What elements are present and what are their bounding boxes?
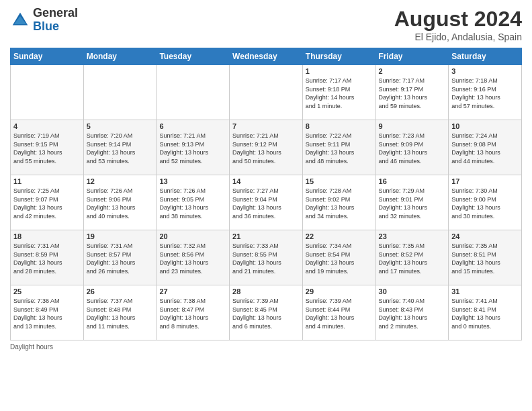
day-number: 6 xyxy=(159,122,226,130)
calendar-cell: 2Sunrise: 7:17 AM Sunset: 9:17 PM Daylig… xyxy=(375,65,449,120)
day-number: 22 xyxy=(306,232,373,240)
calendar-cell: 17Sunrise: 7:30 AM Sunset: 9:00 PM Dayli… xyxy=(449,175,522,230)
calendar-cell: 9Sunrise: 7:23 AM Sunset: 9:09 PM Daylig… xyxy=(375,120,449,175)
day-number: 29 xyxy=(306,287,373,295)
week-row-1: 1Sunrise: 7:17 AM Sunset: 9:18 PM Daylig… xyxy=(11,65,522,120)
calendar-cell: 26Sunrise: 7:37 AM Sunset: 8:48 PM Dayli… xyxy=(83,285,157,340)
footer-note-text: Daylight hours xyxy=(10,343,53,351)
calendar-cell: 25Sunrise: 7:36 AM Sunset: 8:49 PM Dayli… xyxy=(11,285,84,340)
logo: General Blue xyxy=(10,7,78,34)
calendar-cell: 6Sunrise: 7:21 AM Sunset: 9:13 PM Daylig… xyxy=(157,120,230,175)
day-info: Sunrise: 7:21 AM Sunset: 9:12 PM Dayligh… xyxy=(232,132,300,165)
day-number: 25 xyxy=(13,287,81,295)
col-header-saturday: Saturday xyxy=(449,48,522,65)
col-header-thursday: Thursday xyxy=(302,48,375,65)
calendar-cell: 8Sunrise: 7:22 AM Sunset: 9:11 PM Daylig… xyxy=(302,120,375,175)
calendar-cell: 4Sunrise: 7:19 AM Sunset: 9:15 PM Daylig… xyxy=(11,120,84,175)
day-info: Sunrise: 7:36 AM Sunset: 8:49 PM Dayligh… xyxy=(13,297,81,330)
day-info: Sunrise: 7:38 AM Sunset: 8:47 PM Dayligh… xyxy=(159,297,226,330)
calendar-cell: 13Sunrise: 7:26 AM Sunset: 9:05 PM Dayli… xyxy=(157,175,230,230)
calendar-cell: 30Sunrise: 7:40 AM Sunset: 8:43 PM Dayli… xyxy=(375,285,449,340)
calendar-cell: 14Sunrise: 7:27 AM Sunset: 9:04 PM Dayli… xyxy=(230,175,303,230)
header-row: SundayMondayTuesdayWednesdayThursdayFrid… xyxy=(11,48,522,65)
day-info: Sunrise: 7:26 AM Sunset: 9:05 PM Dayligh… xyxy=(159,187,226,220)
day-number: 3 xyxy=(451,67,519,75)
day-info: Sunrise: 7:40 AM Sunset: 8:43 PM Dayligh… xyxy=(379,297,446,330)
logo-icon xyxy=(10,10,30,30)
day-number: 19 xyxy=(87,232,154,240)
day-number: 20 xyxy=(159,232,226,240)
day-number: 31 xyxy=(451,287,519,295)
day-number: 28 xyxy=(232,287,300,295)
calendar-cell xyxy=(230,65,303,120)
day-info: Sunrise: 7:35 AM Sunset: 8:52 PM Dayligh… xyxy=(379,242,446,275)
day-number: 7 xyxy=(232,122,300,130)
day-info: Sunrise: 7:37 AM Sunset: 8:48 PM Dayligh… xyxy=(87,297,154,330)
day-number: 17 xyxy=(451,177,519,185)
footer-note: Daylight hours xyxy=(10,343,522,351)
location: El Ejido, Andalusia, Spain xyxy=(394,32,522,42)
page-header: General Blue August 2024 El Ejido, Andal… xyxy=(10,7,522,42)
week-row-3: 11Sunrise: 7:25 AM Sunset: 9:07 PM Dayli… xyxy=(11,175,522,230)
col-header-tuesday: Tuesday xyxy=(157,48,230,65)
calendar-cell: 3Sunrise: 7:18 AM Sunset: 9:16 PM Daylig… xyxy=(449,65,522,120)
calendar-cell: 31Sunrise: 7:41 AM Sunset: 8:41 PM Dayli… xyxy=(449,285,522,340)
day-info: Sunrise: 7:39 AM Sunset: 8:45 PM Dayligh… xyxy=(232,297,300,330)
day-number: 15 xyxy=(306,177,373,185)
col-header-wednesday: Wednesday xyxy=(230,48,303,65)
day-info: Sunrise: 7:17 AM Sunset: 9:17 PM Dayligh… xyxy=(379,77,446,110)
logo-text: General Blue xyxy=(33,7,78,34)
day-number: 24 xyxy=(451,232,519,240)
calendar-cell: 28Sunrise: 7:39 AM Sunset: 8:45 PM Dayli… xyxy=(230,285,303,340)
day-info: Sunrise: 7:31 AM Sunset: 8:59 PM Dayligh… xyxy=(13,242,81,275)
calendar-cell xyxy=(83,65,157,120)
day-number: 5 xyxy=(87,122,154,130)
day-number: 10 xyxy=(451,122,519,130)
calendar-cell: 22Sunrise: 7:34 AM Sunset: 8:54 PM Dayli… xyxy=(302,230,375,285)
calendar-cell: 24Sunrise: 7:35 AM Sunset: 8:51 PM Dayli… xyxy=(449,230,522,285)
calendar-cell: 10Sunrise: 7:24 AM Sunset: 9:08 PM Dayli… xyxy=(449,120,522,175)
day-number: 9 xyxy=(379,122,446,130)
calendar-cell: 23Sunrise: 7:35 AM Sunset: 8:52 PM Dayli… xyxy=(375,230,449,285)
day-info: Sunrise: 7:19 AM Sunset: 9:15 PM Dayligh… xyxy=(13,132,81,165)
title-block: August 2024 El Ejido, Andalusia, Spain xyxy=(394,7,522,42)
day-number: 8 xyxy=(306,122,373,130)
day-number: 14 xyxy=(232,177,300,185)
day-number: 18 xyxy=(13,232,81,240)
logo-blue: Blue xyxy=(33,20,78,34)
day-info: Sunrise: 7:22 AM Sunset: 9:11 PM Dayligh… xyxy=(306,132,373,165)
calendar-cell: 20Sunrise: 7:32 AM Sunset: 8:56 PM Dayli… xyxy=(157,230,230,285)
day-number: 21 xyxy=(232,232,300,240)
day-info: Sunrise: 7:17 AM Sunset: 9:18 PM Dayligh… xyxy=(306,77,373,110)
calendar-cell: 5Sunrise: 7:20 AM Sunset: 9:14 PM Daylig… xyxy=(83,120,157,175)
day-info: Sunrise: 7:30 AM Sunset: 9:00 PM Dayligh… xyxy=(451,187,519,220)
calendar-table: SundayMondayTuesdayWednesdayThursdayFrid… xyxy=(10,48,522,340)
month-title: August 2024 xyxy=(394,7,522,32)
day-number: 4 xyxy=(13,122,81,130)
calendar-cell: 19Sunrise: 7:31 AM Sunset: 8:57 PM Dayli… xyxy=(83,230,157,285)
day-number: 11 xyxy=(13,177,81,185)
day-info: Sunrise: 7:18 AM Sunset: 9:16 PM Dayligh… xyxy=(451,77,519,110)
day-number: 2 xyxy=(379,67,446,75)
day-number: 23 xyxy=(379,232,446,240)
col-header-friday: Friday xyxy=(375,48,449,65)
week-row-4: 18Sunrise: 7:31 AM Sunset: 8:59 PM Dayli… xyxy=(11,230,522,285)
day-number: 27 xyxy=(159,287,226,295)
day-info: Sunrise: 7:28 AM Sunset: 9:02 PM Dayligh… xyxy=(306,187,373,220)
day-info: Sunrise: 7:21 AM Sunset: 9:13 PM Dayligh… xyxy=(159,132,226,165)
calendar-cell: 27Sunrise: 7:38 AM Sunset: 8:47 PM Dayli… xyxy=(157,285,230,340)
day-info: Sunrise: 7:39 AM Sunset: 8:44 PM Dayligh… xyxy=(306,297,373,330)
week-row-5: 25Sunrise: 7:36 AM Sunset: 8:49 PM Dayli… xyxy=(11,285,522,340)
calendar-cell xyxy=(11,65,84,120)
day-number: 16 xyxy=(379,177,446,185)
calendar-cell: 18Sunrise: 7:31 AM Sunset: 8:59 PM Dayli… xyxy=(11,230,84,285)
calendar-cell xyxy=(157,65,230,120)
calendar-cell: 1Sunrise: 7:17 AM Sunset: 9:18 PM Daylig… xyxy=(302,65,375,120)
day-info: Sunrise: 7:33 AM Sunset: 8:55 PM Dayligh… xyxy=(232,242,300,275)
calendar-cell: 21Sunrise: 7:33 AM Sunset: 8:55 PM Dayli… xyxy=(230,230,303,285)
day-info: Sunrise: 7:25 AM Sunset: 9:07 PM Dayligh… xyxy=(13,187,81,220)
col-header-sunday: Sunday xyxy=(11,48,84,65)
week-row-2: 4Sunrise: 7:19 AM Sunset: 9:15 PM Daylig… xyxy=(11,120,522,175)
logo-general: General xyxy=(33,7,78,20)
day-info: Sunrise: 7:20 AM Sunset: 9:14 PM Dayligh… xyxy=(87,132,154,165)
